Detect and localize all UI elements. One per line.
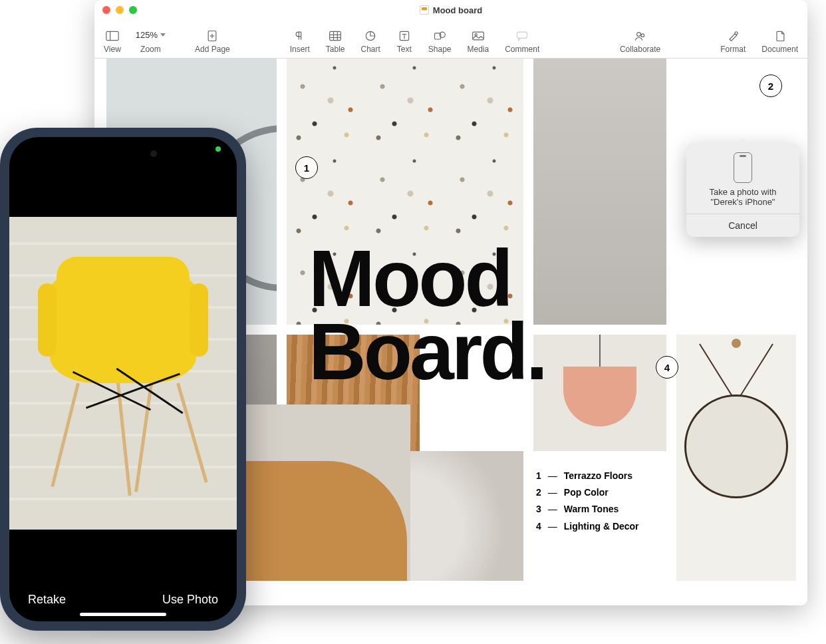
comment-button: Comment <box>505 29 539 54</box>
window-title: Mood board <box>433 5 482 15</box>
svg-point-17 <box>636 33 640 37</box>
format-button[interactable]: Format <box>720 29 746 54</box>
collaborate-icon <box>632 29 648 43</box>
image-round-mirror[interactable] <box>676 335 796 581</box>
view-button[interactable]: View <box>104 29 121 54</box>
window-zoom-button[interactable] <box>129 6 137 14</box>
paragraph-icon <box>292 29 308 43</box>
iphone-screen: Retake Use Photo <box>9 137 237 621</box>
svg-rect-16 <box>517 32 527 38</box>
callout-1[interactable]: 1 <box>295 156 318 179</box>
legend-num: 4 <box>536 518 541 535</box>
image-concrete[interactable] <box>533 59 666 325</box>
headline[interactable]: Mood Board. <box>309 242 545 389</box>
svg-rect-14 <box>473 32 484 40</box>
table-icon <box>327 29 343 43</box>
continuity-camera-popover: Take a photo with "Derek's iPhone" Cance… <box>686 143 799 237</box>
popover-text-line-2: "Derek's iPhone" <box>694 197 791 207</box>
legend-label: Terrazzo Floors <box>564 468 632 484</box>
shape-icon <box>432 29 448 43</box>
legend[interactable]: 1—Terrazzo Floors 2—Pop Color 3—Warm Ton… <box>536 468 639 535</box>
callout-4[interactable]: 4 <box>656 356 678 379</box>
text-button[interactable]: Text <box>396 29 412 54</box>
zoom-value[interactable]: 125% <box>130 27 171 43</box>
toolbar: View 125% Zoom Add Page Insert Table <box>94 20 807 59</box>
camera-preview[interactable] <box>9 217 237 530</box>
iphone-device: Retake Use Photo <box>0 128 246 631</box>
image-lamp[interactable] <box>533 335 666 451</box>
headline-line-1: Mood <box>309 242 545 315</box>
table-button[interactable]: Table <box>326 29 345 54</box>
legend-label: Warm Tones <box>564 501 619 518</box>
retake-button[interactable]: Retake <box>28 593 66 607</box>
headline-line-2: Board. <box>309 315 545 388</box>
media-button[interactable]: Media <box>468 29 489 54</box>
callout-2[interactable]: 2 <box>759 75 782 97</box>
legend-label: Lighting & Decor <box>564 518 639 535</box>
shape-button[interactable]: Shape <box>428 29 452 54</box>
chair-photo-content <box>37 250 209 490</box>
sidebar-icon <box>104 29 120 43</box>
chart-icon <box>362 29 378 43</box>
insert-button[interactable]: Insert <box>290 29 310 54</box>
window-minimize-button[interactable] <box>116 6 124 14</box>
chart-button[interactable]: Chart <box>360 29 380 54</box>
add-page-icon <box>204 29 220 43</box>
svg-point-18 <box>641 34 644 37</box>
comment-icon <box>514 29 530 43</box>
add-page-button[interactable]: Add Page <box>195 29 230 54</box>
popover-text-line-1: Take a photo with <box>694 187 791 197</box>
svg-point-19 <box>735 32 738 35</box>
media-icon <box>470 29 486 43</box>
legend-num: 1 <box>536 468 541 484</box>
document-icon <box>420 5 429 15</box>
legend-label: Pop Color <box>564 484 609 501</box>
titlebar: Mood board <box>94 0 807 20</box>
zoom-button[interactable]: 125% Zoom <box>130 27 171 54</box>
format-icon <box>725 29 741 43</box>
use-photo-button[interactable]: Use Photo <box>162 593 218 607</box>
svg-rect-5 <box>330 31 341 40</box>
image-couch[interactable] <box>241 404 410 581</box>
legend-num: 3 <box>536 501 541 518</box>
chevron-down-icon <box>160 33 166 37</box>
phone-outline-icon <box>734 152 752 183</box>
home-indicator[interactable] <box>80 613 166 616</box>
collaborate-button[interactable]: Collaborate <box>620 29 660 54</box>
legend-num: 2 <box>536 484 541 501</box>
camera-active-indicator <box>215 146 221 152</box>
popover-cancel-button[interactable]: Cancel <box>686 214 799 237</box>
text-icon <box>396 29 412 43</box>
document-icon <box>772 29 788 43</box>
svg-rect-0 <box>106 31 118 40</box>
document-button[interactable]: Document <box>761 29 798 54</box>
dynamic-island <box>80 144 166 164</box>
window-close-button[interactable] <box>102 6 110 14</box>
